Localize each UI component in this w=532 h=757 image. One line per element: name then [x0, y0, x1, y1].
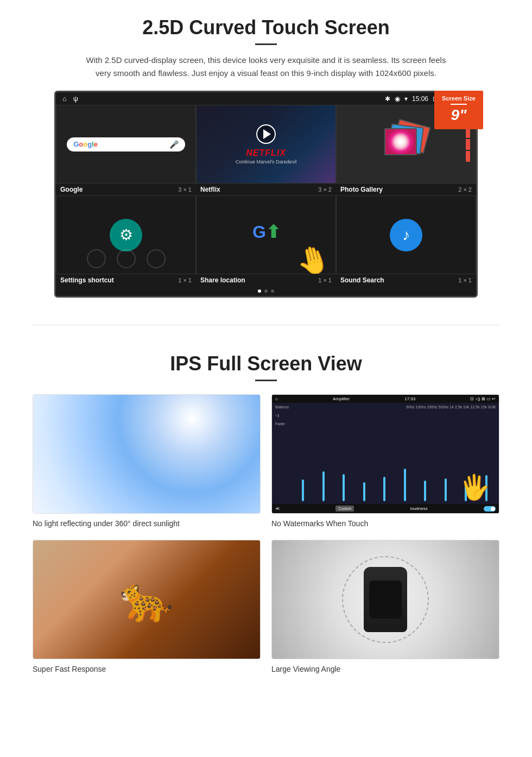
badge-title: Screen Size — [438, 95, 480, 102]
google-logo: Google — [73, 140, 98, 148]
google-app-col: Google 🎤 Google 3 × 1 — [56, 105, 196, 195]
google-app-size: 3 × 1 — [178, 186, 192, 193]
equalizer-image: ⌂ Amplifier 17:33 ⊡ ◁) ⊠ ▭ ↩ Balance ◁) … — [271, 394, 499, 514]
sound-cell[interactable]: ♪ — [336, 195, 476, 274]
feature-grid: No light reflecting under 360° direct su… — [33, 394, 499, 674]
app-grid-row2: ⚙ Settings shortcut 1 × 1 — [56, 195, 476, 286]
red-strip-2 — [466, 139, 470, 150]
eq-sidebar: Balance ◁) Fader — [275, 405, 292, 502]
wifi-icon: ▾ — [404, 95, 408, 103]
nav-dot-2[interactable] — [264, 289, 268, 293]
maps-icon: G⬆ — [252, 222, 280, 249]
settings-app-col: ⚙ Settings shortcut 1 × 1 — [56, 195, 196, 286]
netflix-logo: NETFLIX — [236, 148, 296, 158]
red-strip-3 — [466, 151, 470, 162]
eq-toggle-switch[interactable] — [484, 506, 496, 512]
eq-home-icon: ⌂ — [275, 396, 278, 401]
badge-divider — [451, 104, 467, 105]
eq-bar-2 — [314, 471, 333, 501]
share-label: Share location 1 × 1 — [196, 274, 336, 286]
eq-bar-1 — [294, 480, 313, 501]
gallery-app-size: 2 × 2 — [458, 186, 472, 193]
eq-balance-label: Balance — [275, 405, 292, 409]
google-label: Google 3 × 1 — [56, 184, 196, 195]
sunlight-label: No light reflecting under 360° direct su… — [33, 518, 261, 529]
eq-bar-6 — [396, 469, 415, 501]
music-note-icon: ♪ — [402, 226, 410, 244]
eq-loudness-label: loudness — [410, 506, 428, 511]
settings-cell[interactable]: ⚙ — [56, 195, 196, 274]
photo-card-3 — [384, 128, 417, 155]
netflix-app-col: NETFLIX Continue Marvel's Daredevil Netf… — [196, 105, 336, 195]
sound-label: Sound Search 1 × 1 — [336, 274, 476, 286]
car-visual — [272, 540, 499, 659]
bluetooth-icon: ✱ — [385, 95, 390, 103]
ghost-circle-2 — [117, 249, 136, 268]
settings-label: Settings shortcut 1 × 1 — [56, 274, 196, 286]
play-triangle-icon — [263, 129, 271, 139]
status-bar: ⌂ ψ ✱ ◉ ▾ 15:06 ⊡ ◁) ⊠ ▭ — [56, 92, 476, 105]
cheetah-label: Super Fast Response — [33, 664, 261, 674]
time-display: 15:06 — [412, 95, 428, 103]
eq-hand-icon: 🖐 — [459, 472, 491, 503]
feature-sunlight: No light reflecting under 360° direct su… — [33, 394, 261, 529]
google-app-name: Google — [60, 186, 83, 193]
red-stack — [466, 127, 470, 162]
device-screen: ⌂ ψ ✱ ◉ ▾ 15:06 ⊡ ◁) ⊠ ▭ — [54, 91, 478, 298]
location-icon: ◉ — [395, 95, 400, 103]
car-roof — [369, 581, 402, 619]
section2-title: IPS Full Screen View — [33, 352, 499, 375]
car-shape — [364, 567, 407, 632]
section1-divider — [255, 43, 277, 45]
settings-app-name: Settings shortcut — [60, 276, 114, 284]
eq-bar-4 — [355, 482, 374, 501]
cheetah-shape: 🐆 — [119, 574, 174, 625]
share-cell[interactable]: G⬆ 🤚 — [196, 195, 336, 274]
nav-dot-1[interactable] — [258, 289, 261, 293]
share-app-name: Share location — [200, 276, 245, 284]
eq-status-bar: ⌂ Amplifier 17:33 ⊡ ◁) ⊠ ▭ ↩ — [272, 395, 499, 403]
netflix-overlay: NETFLIX Continue Marvel's Daredevil — [236, 124, 296, 165]
maps-g-logo: G⬆ — [252, 222, 280, 242]
gallery-app-name: Photo Gallery — [340, 186, 383, 193]
netflix-app-name: Netflix — [200, 186, 220, 193]
status-bar-left: ⌂ ψ — [62, 94, 78, 103]
google-cell[interactable]: Google 🎤 — [56, 105, 196, 184]
nav-dot-3[interactable] — [271, 289, 274, 293]
gear-icon: ⚙ — [119, 226, 133, 244]
ghost-circle-3 — [147, 249, 166, 268]
app-grid-row1: Google 🎤 Google 3 × 1 — [56, 105, 476, 195]
section2-divider — [255, 380, 277, 381]
eq-fader-label: Fader — [275, 422, 292, 426]
music-icon-circle: ♪ — [390, 219, 422, 251]
netflix-label: Netflix 3 × 2 — [196, 184, 336, 195]
usb-icon: ψ — [73, 94, 78, 103]
eq-bar-3 — [334, 474, 353, 501]
eq-nav-prev[interactable]: ≪ — [275, 506, 280, 511]
eq-time: 17:33 — [404, 396, 415, 401]
google-mic-icon[interactable]: 🎤 — [169, 140, 179, 149]
nav-dots — [56, 286, 476, 296]
home-icon[interactable]: ⌂ — [62, 94, 67, 103]
feature-car: Large Viewing Angle — [271, 540, 499, 674]
eq-bar-8 — [436, 478, 455, 501]
settings-app-size: 1 × 1 — [178, 277, 192, 283]
cheetah-image: 🐆 — [33, 540, 261, 659]
sound-app-size: 1 × 1 — [458, 277, 472, 283]
sound-app-col: ♪ Sound Search 1 × 1 — [336, 195, 476, 286]
netflix-cell[interactable]: NETFLIX Continue Marvel's Daredevil — [196, 105, 336, 184]
section-curved-screen: 2.5D Curved Touch Screen With 2.5D curve… — [0, 0, 532, 308]
eq-bar-5 — [375, 477, 394, 501]
photo-flower — [385, 129, 416, 154]
ghost-circle-1 — [87, 249, 106, 268]
hand-pointer-icon: 🤚 — [293, 241, 334, 274]
badge-size: 9" — [438, 107, 480, 124]
share-app-col: G⬆ 🤚 Share location 1 × 1 — [196, 195, 336, 286]
eq-bars-area: 60hz 100hz 200hz 500hz 1k 2.5k 10k 12.5k… — [294, 405, 496, 502]
gallery-photos — [384, 123, 428, 166]
google-search-bar[interactable]: Google 🎤 — [67, 137, 185, 152]
device-wrapper: Screen Size 9" ⌂ ψ ✱ ◉ ▾ 15:06 ⊡ ◁) ⊠ — [54, 91, 478, 298]
netflix-play-button[interactable] — [256, 124, 276, 144]
feature-cheetah: 🐆 Super Fast Response — [33, 540, 261, 674]
eq-title: Amplifier — [333, 396, 350, 401]
